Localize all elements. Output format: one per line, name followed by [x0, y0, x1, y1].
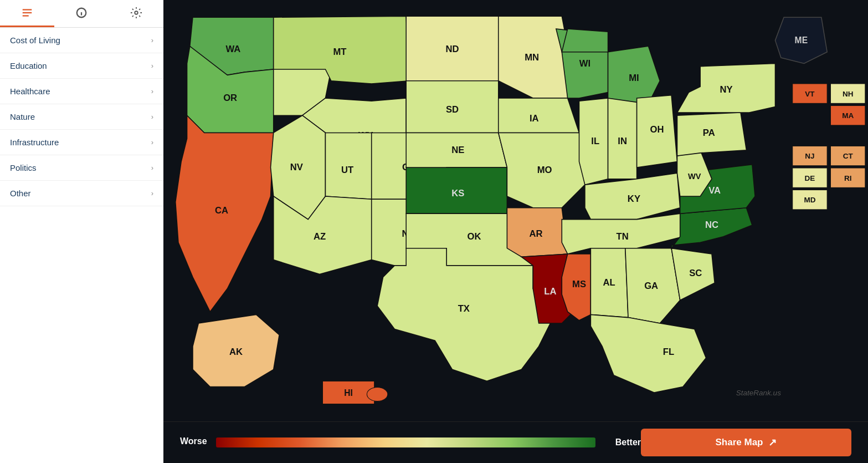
chevron-icon: › [151, 113, 153, 121]
svg-text:MN: MN [525, 52, 539, 63]
svg-text:IN: IN [618, 136, 627, 146]
chevron-icon: › [151, 36, 153, 44]
svg-text:AZ: AZ [314, 231, 326, 242]
svg-text:StateRank.us: StateRank.us [736, 389, 781, 397]
svg-text:SD: SD [446, 104, 459, 115]
svg-text:MT: MT [333, 47, 346, 57]
svg-text:IL: IL [591, 136, 599, 146]
svg-text:NC: NC [705, 220, 718, 230]
share-icon: ↗ [768, 436, 777, 449]
menu-item-cost-of-living[interactable]: Cost of Living › [0, 28, 163, 53]
tab-settings[interactable] [109, 0, 163, 27]
legend-bar: Worse Better Share Map ↗ [163, 421, 868, 463]
svg-text:MS: MS [572, 279, 586, 289]
menu-item-infrastructure[interactable]: Infrastructure › [0, 130, 163, 155]
menu-item-nature[interactable]: Nature › [0, 104, 163, 130]
us-map: WA OR CA ID MT WY NV UT AZ [163, 0, 868, 421]
svg-text:CT: CT [843, 152, 854, 160]
svg-text:NH: NH [843, 90, 854, 98]
state-TX[interactable] [377, 248, 550, 381]
svg-text:ME: ME [795, 35, 808, 45]
svg-text:NY: NY [720, 84, 732, 95]
svg-text:AR: AR [529, 228, 542, 239]
map-area: WA OR CA ID MT WY NV UT AZ [163, 0, 868, 463]
svg-text:FL: FL [663, 347, 674, 357]
svg-text:MI: MI [629, 73, 639, 83]
svg-text:LA: LA [544, 286, 556, 297]
legend-better-label: Better [615, 437, 641, 447]
svg-text:IA: IA [530, 113, 539, 124]
svg-text:MO: MO [537, 165, 552, 175]
svg-text:PA: PA [703, 128, 715, 138]
svg-text:WV: WV [688, 172, 701, 181]
svg-text:KY: KY [628, 194, 640, 204]
sidebar-tabs [0, 0, 163, 28]
menu-item-healthcare[interactable]: Healthcare › [0, 79, 163, 104]
svg-text:AK: AK [229, 347, 243, 357]
svg-text:SC: SC [689, 268, 702, 278]
map-container: WA OR CA ID MT WY NV UT AZ [163, 0, 868, 421]
svg-text:NV: NV [290, 162, 303, 172]
state-MI-upper[interactable] [562, 29, 608, 52]
svg-text:WA: WA [225, 44, 240, 54]
legend-gradient [216, 437, 595, 447]
svg-text:OH: OH [650, 124, 664, 135]
share-map-button[interactable]: Share Map ↗ [641, 429, 851, 456]
menu-item-politics[interactable]: Politics › [0, 155, 163, 181]
svg-text:TX: TX [458, 303, 470, 314]
svg-text:OR: OR [223, 93, 237, 103]
legend-worse-label: Worse [180, 436, 207, 446]
svg-text:VT: VT [805, 90, 815, 98]
svg-text:MA: MA [842, 111, 854, 120]
chevron-icon: › [151, 62, 153, 70]
svg-text:DE: DE [805, 174, 815, 182]
svg-text:NJ: NJ [805, 152, 814, 160]
svg-text:VA: VA [708, 185, 721, 196]
svg-text:HI: HI [344, 388, 353, 398]
svg-text:ND: ND [445, 44, 459, 54]
svg-text:AL: AL [603, 277, 615, 288]
svg-text:OK: OK [468, 231, 481, 242]
chevron-icon: › [151, 164, 153, 172]
chevron-icon: › [151, 138, 153, 146]
svg-text:UT: UT [341, 165, 353, 175]
svg-text:GA: GA [644, 281, 658, 291]
menu-item-education[interactable]: Education › [0, 53, 163, 79]
svg-point-6 [135, 11, 138, 14]
sidebar: Cost of Living › Education › Healthcare … [0, 0, 163, 463]
svg-text:CA: CA [215, 205, 228, 216]
svg-text:KS: KS [451, 188, 464, 199]
svg-text:MD: MD [804, 196, 815, 204]
tab-list[interactable] [0, 0, 54, 27]
state-FL[interactable] [590, 314, 706, 393]
sidebar-menu: Cost of Living › Education › Healthcare … [0, 28, 163, 463]
chevron-icon: › [151, 87, 153, 95]
tab-info[interactable] [54, 0, 109, 27]
svg-text:WI: WI [579, 58, 590, 69]
menu-item-other[interactable]: Other › [0, 181, 163, 206]
svg-point-49 [367, 388, 387, 401]
svg-text:NE: NE [451, 145, 464, 155]
chevron-icon: › [151, 189, 153, 197]
share-map-label: Share Map [716, 437, 763, 448]
svg-text:TN: TN [617, 231, 629, 242]
svg-text:RI: RI [844, 174, 852, 182]
